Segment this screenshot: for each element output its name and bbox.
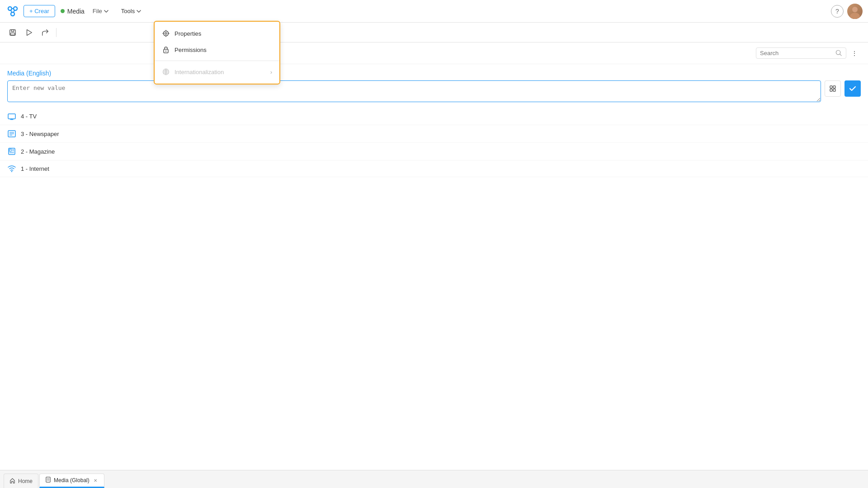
search-button[interactable] (835, 50, 842, 56)
list-item-label: 4 - TV (21, 113, 37, 120)
internationalization-label: Internationalization (175, 69, 224, 75)
top-nav: + Crear Media File Tools ? (0, 0, 868, 23)
menu-item-internationalization: Internationalization › (155, 64, 279, 80)
properties-label: Properties (175, 30, 201, 37)
svg-rect-29 (830, 86, 832, 88)
search-box (756, 47, 846, 59)
svg-rect-31 (830, 89, 832, 91)
internationalization-icon (162, 68, 170, 75)
file-chevron-icon (104, 9, 108, 14)
tools-menu-label: Tools (121, 8, 135, 14)
svg-point-22 (165, 51, 166, 52)
grid-icon (829, 85, 836, 92)
main-content: ⋮ Media (English) 4 - TV (0, 42, 868, 470)
home-icon (9, 478, 15, 485)
share-icon (41, 28, 49, 37)
list-item-label: 2 - Magazine (21, 148, 55, 155)
media-global-icon (45, 477, 51, 484)
save-button[interactable] (5, 25, 20, 40)
avatar-image (847, 4, 863, 19)
more-options-icon: ⋮ (851, 50, 858, 57)
list-item[interactable]: 4 - TV (0, 108, 868, 125)
permissions-icon (162, 46, 170, 53)
svg-rect-33 (8, 114, 15, 119)
app-logo[interactable] (5, 4, 20, 19)
play-icon (25, 28, 33, 37)
media-list: 4 - TV 3 - Newspaper 2 - Magazine (0, 108, 868, 177)
permissions-label: Permissions (175, 47, 207, 53)
tab-home[interactable]: Home (4, 474, 38, 488)
crear-button[interactable]: + Crear (24, 5, 55, 17)
tab-home-label: Home (18, 478, 33, 484)
menu-item-permissions[interactable]: Permissions (155, 42, 279, 58)
svg-point-15 (164, 31, 169, 36)
tools-dropdown-menu: Properties Permissions Internationalizat… (154, 21, 280, 84)
tab-media-global-label: Media (Global) (54, 477, 90, 483)
search-icon (835, 50, 842, 56)
list-item-label: 1 - Internet (21, 165, 49, 172)
media-status-dot (61, 9, 65, 13)
confirm-button[interactable] (844, 80, 861, 97)
help-button[interactable]: ? (831, 5, 844, 18)
search-input[interactable] (760, 50, 834, 56)
list-item[interactable]: 3 - Newspaper (0, 125, 868, 143)
media-text: Media (67, 8, 85, 15)
file-menu-label: File (93, 8, 102, 14)
svg-point-1 (14, 7, 17, 10)
svg-point-45 (11, 171, 12, 172)
menu-item-properties[interactable]: Properties (155, 25, 279, 42)
svg-rect-11 (11, 29, 14, 32)
play-button[interactable] (22, 25, 36, 40)
grid-icon-button[interactable] (825, 80, 841, 97)
svg-rect-30 (833, 86, 835, 88)
list-item[interactable]: 2 - Magazine (0, 143, 868, 160)
check-icon (849, 85, 856, 92)
wifi-icon (7, 165, 16, 172)
media-label: Media (61, 8, 85, 15)
content-header: ⋮ (0, 42, 868, 64)
svg-point-16 (165, 33, 167, 34)
svg-rect-46 (46, 477, 50, 482)
new-value-input[interactable] (7, 80, 821, 102)
tv-icon (7, 112, 16, 120)
save-icon (9, 28, 17, 37)
bottom-tab-bar: Home Media (Global) ✕ (0, 470, 868, 488)
svg-line-5 (14, 10, 14, 12)
properties-icon (162, 30, 170, 37)
section-title: Media (English) (0, 64, 868, 80)
svg-line-28 (840, 54, 841, 56)
svg-point-9 (850, 13, 860, 19)
help-icon: ? (835, 8, 839, 15)
svg-rect-12 (11, 33, 15, 35)
nav-file-menu[interactable]: File (88, 5, 113, 17)
menu-divider (155, 61, 279, 61)
svg-rect-32 (833, 89, 835, 91)
svg-marker-13 (27, 29, 32, 35)
svg-rect-41 (9, 149, 11, 151)
svg-line-4 (11, 10, 12, 12)
internationalization-arrow: › (270, 69, 272, 75)
newspaper-icon (7, 130, 16, 138)
magazine-icon (7, 147, 16, 155)
list-item-label: 3 - Newspaper (21, 131, 59, 137)
list-item[interactable]: 1 - Internet (0, 160, 868, 177)
tools-chevron-icon (137, 9, 141, 14)
tab-close-button[interactable]: ✕ (92, 477, 99, 483)
toolbar-divider (56, 28, 57, 37)
nav-tools-menu[interactable]: Tools (117, 5, 146, 17)
share-button[interactable] (38, 25, 52, 40)
svg-point-0 (8, 7, 12, 10)
svg-point-2 (11, 12, 14, 16)
svg-point-8 (852, 7, 858, 12)
new-value-area (0, 80, 868, 108)
tab-media-global[interactable]: Media (Global) ✕ (39, 474, 104, 488)
more-options-button[interactable]: ⋮ (848, 47, 861, 60)
toolbar (0, 23, 868, 42)
user-avatar[interactable] (847, 4, 863, 19)
